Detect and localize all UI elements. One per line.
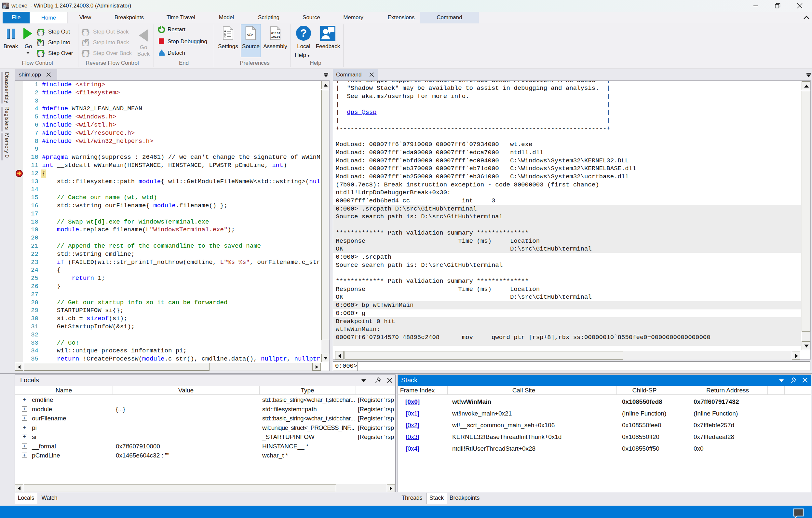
svg-text:0110I: 0110I (271, 32, 281, 35)
svg-text:{: { (81, 39, 85, 46)
svg-text:</>: </> (247, 32, 253, 37)
svg-text:{: { (36, 39, 40, 46)
svg-text:1011: 1011 (5, 3, 9, 5)
svg-text:I0I0I: I0I0I (271, 35, 281, 39)
svg-text:}: } (41, 39, 45, 46)
svg-text:}: } (86, 39, 90, 46)
